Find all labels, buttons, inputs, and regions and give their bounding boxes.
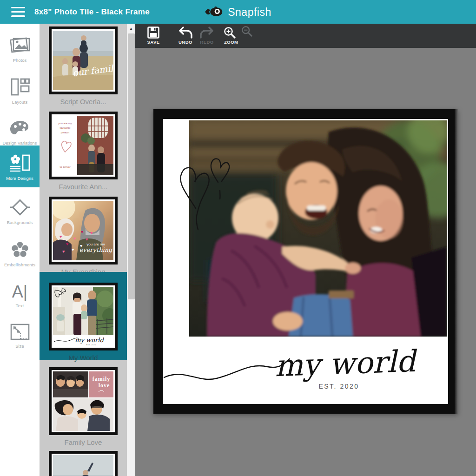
design-thumbnail: ♥♥♥ ♥♥ ♥♥ ♥♥ you are my everything bbox=[49, 197, 118, 264]
zoom-label: ZOOM bbox=[224, 40, 238, 45]
tool-sidebar: Photos Layouts Design Variations bbox=[0, 24, 40, 476]
zoom-in-button[interactable] bbox=[224, 26, 236, 39]
save-button[interactable]: SAVE bbox=[143, 26, 164, 45]
brand-name: Snapfish bbox=[228, 6, 271, 18]
scroll-up-arrow-icon: ▲ bbox=[129, 26, 133, 31]
design-thumbnail: our family bbox=[49, 26, 118, 94]
thumb-panel-text: favourite bbox=[60, 126, 71, 129]
sidebar-label: Photos bbox=[13, 58, 27, 63]
frame-bevel bbox=[455, 109, 458, 414]
design-label: Family Love bbox=[65, 438, 102, 446]
sidebar-item-embellishments[interactable]: Embellishments bbox=[0, 234, 40, 273]
palette-icon bbox=[9, 120, 31, 138]
thumb-overlay-text: you are my bbox=[86, 242, 105, 246]
zoom-out-button[interactable] bbox=[241, 26, 252, 37]
project-title: 8x8" Photo Tile - Black Frame bbox=[34, 7, 150, 17]
scrollbar-thumb[interactable] bbox=[128, 33, 135, 299]
thumb-overlay-text: family bbox=[93, 376, 111, 382]
undo-icon bbox=[178, 26, 192, 39]
more-designs-icon bbox=[9, 152, 31, 173]
redo-label: REDO bbox=[200, 40, 213, 45]
fish-icon bbox=[205, 6, 224, 18]
sidebar-item-backgrounds[interactable]: Backgrounds bbox=[0, 192, 40, 231]
design-item-favourite-ann[interactable]: you are my favourite person to annoy Fav… bbox=[40, 112, 127, 191]
caption-block[interactable]: my world EST. 2020 bbox=[163, 337, 448, 404]
thumb-overlay-text: love bbox=[99, 382, 110, 389]
zoom-controls: ZOOM bbox=[224, 26, 252, 45]
sidebar-label: Text bbox=[16, 304, 24, 308]
backgrounds-icon bbox=[9, 198, 31, 217]
undo-label: UNDO bbox=[178, 40, 192, 45]
svg-text:♥: ♥ bbox=[66, 242, 68, 246]
redo-button[interactable]: REDO bbox=[197, 26, 217, 45]
sidebar-item-text[interactable]: A| Text bbox=[0, 277, 40, 315]
thumb-overlay-text: my world bbox=[75, 337, 104, 344]
svg-text:♥: ♥ bbox=[86, 237, 88, 242]
sidebar-label: Design Variations bbox=[3, 141, 37, 145]
sidebar-item-layouts[interactable]: Layouts bbox=[0, 71, 40, 110]
design-thumbnail: you are my favourite person to annoy bbox=[49, 112, 118, 179]
design-thumbnail: my world EST. 2020 bbox=[49, 283, 118, 350]
est-year-text[interactable]: EST. 2020 bbox=[318, 383, 359, 390]
svg-text:♥: ♥ bbox=[62, 249, 65, 254]
design-list-scrollbar[interactable]: ▲ bbox=[127, 24, 135, 476]
svg-text:♥: ♥ bbox=[73, 236, 76, 241]
thumb-panel-text: to annoy bbox=[60, 165, 70, 168]
sidebar-item-more-designs[interactable]: More Designs bbox=[0, 145, 40, 187]
thumb-overlay-text: everything bbox=[79, 246, 113, 253]
script-title-text[interactable]: my world bbox=[274, 344, 418, 383]
text-icon: A| bbox=[12, 284, 27, 300]
design-thumbnail: family love bbox=[49, 367, 118, 435]
snapfish-editor: 8x8" Photo Tile - Black Frame Snapfish bbox=[0, 0, 476, 476]
undo-button[interactable]: UNDO bbox=[175, 26, 196, 45]
size-icon bbox=[10, 323, 30, 341]
sidebar-label: Embellishments bbox=[4, 263, 35, 267]
thumb-panel-text: person bbox=[61, 131, 69, 134]
tile-mat: my world EST. 2020 bbox=[163, 119, 448, 404]
save-icon bbox=[147, 26, 159, 39]
svg-text:♥: ♥ bbox=[81, 230, 83, 234]
photo-tile-preview[interactable]: my world EST. 2020 bbox=[153, 109, 458, 414]
script-flourish bbox=[164, 359, 290, 379]
scroll-up-button[interactable]: ▲ bbox=[127, 24, 135, 33]
redo-icon bbox=[200, 26, 214, 39]
design-item-my-world[interactable]: my world EST. 2020 My World bbox=[40, 272, 127, 360]
editor-toolbar: SAVE UNDO REDO bbox=[135, 24, 476, 48]
sidebar-label: Layouts bbox=[12, 100, 27, 105]
svg-text:♥: ♥ bbox=[60, 234, 62, 239]
sidebar-label: Size bbox=[15, 344, 24, 349]
sidebar-item-photos[interactable]: Photos bbox=[0, 29, 40, 68]
svg-text:♥: ♥ bbox=[72, 247, 74, 252]
menu-icon[interactable] bbox=[11, 7, 25, 17]
design-label: Favourite Ann... bbox=[59, 183, 107, 191]
sidebar-label: More Designs bbox=[6, 176, 33, 181]
design-label: Script Overla... bbox=[60, 98, 106, 106]
thumb-overlay-sub: EST. 2020 bbox=[86, 344, 96, 346]
thumb-panel-text: you are my bbox=[58, 122, 72, 125]
design-item-script-overlay[interactable]: our family Script Overla... bbox=[40, 26, 127, 106]
svg-text:♥: ♥ bbox=[90, 231, 93, 235]
design-item-partial[interactable] bbox=[40, 451, 127, 476]
heart-doodle-embellishment[interactable] bbox=[173, 139, 243, 236]
save-label: SAVE bbox=[147, 40, 159, 45]
app-header: 8x8" Photo Tile - Black Frame Snapfish bbox=[0, 0, 476, 24]
flower-icon bbox=[10, 240, 30, 259]
design-label: My World bbox=[68, 354, 98, 362]
sidebar-item-size[interactable]: Size bbox=[0, 317, 40, 355]
design-template-list: our family Script Overla... bbox=[40, 24, 127, 476]
design-item-my-everything[interactable]: ♥♥♥ ♥♥ ♥♥ ♥♥ you are my everything My Ev… bbox=[40, 197, 127, 276]
sidebar-label: Backgrounds bbox=[7, 220, 33, 225]
design-item-family-love[interactable]: family love Family Love bbox=[40, 367, 127, 446]
layouts-icon bbox=[9, 77, 31, 97]
snapfish-logo: Snapfish bbox=[205, 6, 271, 18]
photos-icon bbox=[9, 35, 31, 55]
design-thumbnail bbox=[49, 451, 118, 476]
